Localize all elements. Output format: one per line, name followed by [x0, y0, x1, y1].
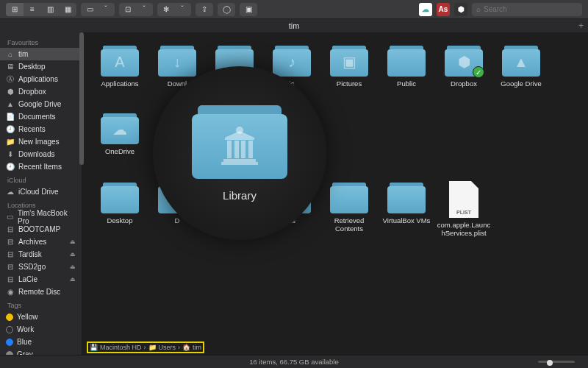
eject-icon[interactable]: ⏏	[70, 263, 76, 270]
sidebar-item[interactable]: ⊟Tardisk⏏	[0, 248, 82, 261]
folder-label: Desktop	[107, 217, 133, 225]
folder-item[interactable]: Retrieved Contents	[320, 181, 378, 249]
sidebar-item-label: Recents	[18, 125, 46, 133]
action-segment[interactable]: ✻ˇ	[157, 3, 191, 16]
sidebar-item[interactable]: 📁New Images	[0, 135, 82, 148]
arrange-segment[interactable]: ⊡ˇ	[119, 3, 153, 16]
column-view-button[interactable]: ▥	[41, 3, 59, 16]
folder-label: Public	[397, 80, 416, 88]
path-label: Macintosh HD	[100, 344, 142, 351]
content-area: AApplications↓Downl♪ic▣PicturesPublic⬢✓D…	[82, 32, 588, 355]
svg-rect-3	[227, 141, 232, 158]
folder-icon: ⬢✓	[445, 46, 483, 77]
sidebar-item[interactable]: ▭Tim's MacBook Pro	[0, 210, 82, 223]
menubar-extras: ☁ As ⬢	[419, 3, 467, 16]
recent-icon: 🕘	[6, 163, 15, 171]
folder-icon: ♪	[273, 46, 311, 77]
gdrive-icon: ▲	[6, 100, 15, 109]
path-icon: 💾	[90, 344, 98, 351]
sidebar-item[interactable]: ⊟SSD2go⏏	[0, 261, 82, 273]
sidebar-item-label: Remote Disc	[18, 288, 60, 296]
folder-label: D	[175, 217, 180, 225]
dropbox-icon: ⬢	[6, 88, 15, 96]
path-icon: 🏠	[182, 344, 190, 351]
sidebar-item-label: Google Drive	[18, 100, 61, 108]
group-segment[interactable]: ▭ˇ	[81, 3, 115, 16]
recent-icon: 🕘	[6, 125, 15, 134]
icon-view-button[interactable]: ⊞	[6, 3, 24, 16]
zoom-knob[interactable]	[547, 360, 553, 366]
search-input[interactable]	[484, 5, 578, 13]
sidebar-item[interactable]: 🕘Recent Items	[0, 160, 82, 173]
sidebar-item-label: Yellow	[17, 313, 38, 321]
sidebar-item[interactable]: 🕘Recents	[0, 123, 82, 135]
folder-item[interactable]: ▣Pictures	[320, 44, 378, 112]
sidebar-item-label: iCloud Drive	[18, 188, 58, 196]
sidebar-item[interactable]: 🖥Desktop	[0, 60, 82, 73]
folder-icon	[387, 46, 426, 77]
path-separator-icon: ›	[178, 344, 180, 351]
folder-icon	[387, 183, 426, 213]
desktop-icon: 🖥	[6, 63, 15, 71]
sidebar-item[interactable]: 📄Documents	[0, 110, 82, 123]
folder-item[interactable]: ☁OneDrive	[91, 112, 148, 180]
sidebar-item[interactable]: ⒶApplications	[0, 73, 82, 85]
sidebar-item[interactable]: Work	[0, 323, 82, 336]
sidebar-item[interactable]: ▲Google Drive	[0, 98, 82, 110]
sidebar-scrollbar[interactable]	[79, 32, 84, 165]
folder-item[interactable]: Desktop	[91, 181, 148, 249]
sidebar: Favourites⌂tim🖥DesktopⒶApplications⬢Drop…	[0, 32, 82, 355]
window-title: tim	[289, 21, 300, 30]
zoom-slider[interactable]	[538, 361, 575, 363]
list-view-button[interactable]: ≡	[24, 3, 41, 16]
file-icon: PLIST	[449, 181, 478, 218]
sidebar-item[interactable]: ☁iCloud Drive	[0, 185, 82, 198]
disk-icon: ⊟	[6, 238, 15, 247]
menubar-app-icon[interactable]: ☁	[419, 3, 432, 16]
folder-item[interactable]: ⬢✓Dropbox	[435, 44, 492, 112]
sidebar-item[interactable]: ⬇Downloads	[0, 148, 82, 160]
tag-dot-icon	[6, 326, 13, 333]
folder-item[interactable]: PLISTcom.apple.LaunchServices.plist	[435, 181, 492, 249]
eject-icon[interactable]: ⏏	[70, 251, 76, 258]
search-field[interactable]: ⌕	[472, 3, 582, 16]
icon-grid[interactable]: AApplications↓Downl♪ic▣PicturesPublic⬢✓D…	[82, 32, 588, 342]
remote-icon: ◉	[6, 288, 15, 297]
folder-item[interactable]: ▲Google Drive	[492, 44, 550, 112]
folder-item[interactable]: Public	[378, 44, 435, 112]
new-tab-button[interactable]: +	[578, 21, 584, 31]
sidebar-item[interactable]: Gray	[0, 348, 82, 355]
folder-item[interactable]: AApplications	[91, 44, 148, 112]
sidebar-item[interactable]: ⬢Dropbox	[0, 85, 82, 98]
sidebar-item[interactable]: ⊟LaCie⏏	[0, 273, 82, 286]
eject-icon[interactable]: ⏏	[70, 276, 76, 283]
sidebar-item[interactable]: Blue	[0, 336, 82, 348]
path-component[interactable]: 📁Users	[148, 344, 176, 351]
folder-item[interactable]: VirtualBox VMs	[378, 181, 435, 249]
window-titlebar: tim +	[0, 19, 588, 32]
path-label: tim	[193, 344, 201, 351]
sidebar-item-label: tim	[18, 50, 28, 58]
path-component[interactable]: 🏠tim	[182, 344, 201, 351]
eject-icon[interactable]: ⏏	[70, 238, 76, 245]
sidebar-item[interactable]: ◉Remote Disc	[0, 286, 82, 298]
sidebar-item[interactable]: ⌂tim	[0, 48, 82, 60]
path-separator-icon: ›	[144, 344, 146, 351]
gallery-view-button[interactable]: ▦	[59, 3, 76, 16]
sidebar-item-label: Downloads	[18, 150, 54, 158]
view-segment: ⊞ ≡ ▥ ▦	[6, 3, 76, 16]
path-bar: 💾Macintosh HD›📁Users›🏠tim	[82, 342, 588, 353]
folder-label: com.apple.LaunchServices.plist	[437, 222, 491, 238]
sidebar-item-label: Blue	[17, 338, 32, 346]
menubar-app-icon[interactable]: As	[437, 3, 450, 16]
sidebar-item[interactable]: ⊟Archives⏏	[0, 236, 82, 248]
quicklook-button[interactable]: ▣	[240, 3, 257, 16]
menubar-app-icon[interactable]: ⬢	[454, 3, 467, 16]
share-button[interactable]: ⇪	[196, 3, 213, 16]
sidebar-item[interactable]: ⊟BOOTCAMP	[0, 223, 82, 236]
path-component[interactable]: 💾Macintosh HD	[90, 344, 142, 351]
status-bar: 16 items, 66.75 GB available	[0, 355, 588, 368]
sidebar-item[interactable]: Yellow	[0, 311, 82, 323]
sidebar-item-label: LaCie	[18, 275, 37, 283]
tag-button[interactable]: ◯	[218, 3, 235, 16]
